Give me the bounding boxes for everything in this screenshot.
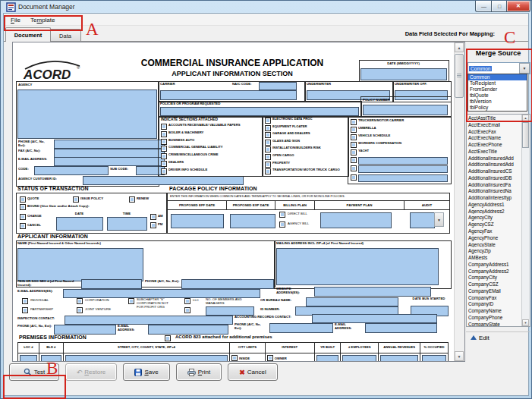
merge-field-item[interactable]: AdditionalInteresttyp xyxy=(467,194,522,201)
status-date-field[interactable] xyxy=(56,217,103,231)
merge-field-item[interactable]: CompanyState xyxy=(467,321,522,326)
merge-field-item[interactable]: AcctExecTitle xyxy=(467,148,522,155)
section-checkbox[interactable] xyxy=(265,118,271,124)
policies-field[interactable] xyxy=(160,107,359,116)
merge-field-item[interactable]: AdditionalInsuredCS xyxy=(467,168,522,174)
acct-email-field[interactable] xyxy=(365,323,437,333)
section-checkbox[interactable] xyxy=(351,157,357,163)
website-field[interactable] xyxy=(314,287,431,297)
quote-checkbox[interactable] xyxy=(20,196,26,203)
phone-field[interactable] xyxy=(54,140,165,149)
name-field[interactable] xyxy=(17,248,143,281)
scroll-down-button[interactable]: ▼ xyxy=(455,351,464,361)
section-checkbox[interactable] xyxy=(265,154,271,160)
direct-bill-checkbox[interactable] xyxy=(279,212,285,218)
merge-field-item[interactable]: AcctExecEmail xyxy=(467,121,522,128)
code-field[interactable] xyxy=(34,166,109,175)
accounting-field[interactable] xyxy=(312,314,437,323)
scroll-up-button[interactable]: ▲ xyxy=(455,42,464,52)
am-checkbox[interactable] xyxy=(150,214,156,220)
audit-field[interactable] xyxy=(410,212,435,228)
section-checkbox[interactable] xyxy=(265,125,271,131)
section-blank-field[interactable] xyxy=(358,165,448,173)
section-checkbox[interactable] xyxy=(351,174,357,181)
merge-field-item[interactable]: CompanyFax xyxy=(467,294,522,301)
email-field[interactable] xyxy=(54,157,165,166)
carrier-field[interactable] xyxy=(160,90,297,100)
merge-field-item[interactable]: AgencyAddress2 xyxy=(467,208,522,215)
merge-field-item[interactable]: AgencyPhone xyxy=(467,234,522,241)
audit-dropdown-button[interactable]: ▼ xyxy=(434,212,444,227)
section-checkbox[interactable] xyxy=(161,146,167,152)
insp-phone-field[interactable] xyxy=(54,325,116,335)
section-blank-field[interactable] xyxy=(358,174,448,182)
section-checkbox[interactable] xyxy=(161,131,167,137)
section-checkbox[interactable] xyxy=(161,139,167,145)
section-checkbox[interactable] xyxy=(351,119,357,125)
merge-field-item[interactable]: CompanyID xyxy=(467,300,522,307)
section-checkbox[interactable] xyxy=(351,165,357,171)
inside-checkbox[interactable] xyxy=(231,355,238,361)
cr-bureau-field[interactable] xyxy=(306,297,398,306)
date-field[interactable] xyxy=(360,68,447,80)
bound-checkbox[interactable] xyxy=(20,204,26,210)
merge-field-item[interactable]: AcctExecFax xyxy=(467,128,522,135)
print-button[interactable]: Print xyxy=(176,363,222,381)
inspection-field[interactable] xyxy=(65,316,233,325)
status-time-field[interactable] xyxy=(107,217,147,231)
joint-venture-checkbox[interactable] xyxy=(77,307,83,313)
merge-field-item[interactable]: AdditionalInsuredAdd xyxy=(467,161,522,168)
merge-field-item[interactable]: CompanyEMail xyxy=(467,287,522,294)
renew-checkbox[interactable] xyxy=(129,196,135,203)
premises-field[interactable] xyxy=(316,355,339,362)
issue-policy-checkbox[interactable] xyxy=(73,196,79,203)
preview-scrollbar[interactable]: ▲ ▼ xyxy=(454,42,464,361)
proposed-eff-field[interactable] xyxy=(171,214,224,228)
fein-field[interactable] xyxy=(81,279,142,289)
subchapter-checkbox[interactable] xyxy=(128,298,134,304)
merge-field-item[interactable]: CompanyPhone xyxy=(467,314,522,321)
section-checkbox[interactable] xyxy=(351,142,357,148)
acord823-checkbox[interactable] xyxy=(165,335,171,341)
merge-field-item[interactable]: AdditionalInsuredNa xyxy=(467,187,522,194)
merge-field-item[interactable]: AgencyCSZ xyxy=(467,221,522,228)
scroll-thumb[interactable] xyxy=(455,54,464,98)
premises-field[interactable] xyxy=(380,355,418,362)
pm-checkbox[interactable] xyxy=(150,222,156,228)
section-checkbox[interactable] xyxy=(161,124,167,130)
agency-bill-checkbox[interactable] xyxy=(279,221,285,228)
merge-field-item[interactable]: AdditionalInsuredAdd xyxy=(467,155,522,162)
premises-field[interactable] xyxy=(422,355,446,362)
merge-scroll-thumb[interactable] xyxy=(522,122,529,148)
individual-checkbox[interactable] xyxy=(22,298,28,304)
merge-field-item[interactable]: CompanyAddress2 xyxy=(467,268,522,275)
merge-field-item[interactable]: AMBests xyxy=(467,254,522,261)
premises-field[interactable] xyxy=(65,355,228,362)
restore-button[interactable]: ↶ Restore xyxy=(65,363,117,381)
section-checkbox[interactable] xyxy=(265,132,271,138)
policy-number-field[interactable] xyxy=(363,105,448,115)
corporation-checkbox[interactable] xyxy=(77,298,83,304)
section-checkbox[interactable] xyxy=(351,127,357,133)
mailing-field[interactable] xyxy=(276,248,439,285)
merge-field-item[interactable]: AdditionalInsuredFa xyxy=(467,181,522,188)
naic-field[interactable] xyxy=(259,82,297,90)
proposed-exp-field[interactable] xyxy=(230,214,275,228)
section-checkbox[interactable] xyxy=(161,153,167,159)
section-checkbox[interactable] xyxy=(265,162,271,168)
section-checkbox[interactable] xyxy=(161,168,167,174)
merge-field-item[interactable]: AgencyAddress1 xyxy=(467,201,522,208)
merge-field-item[interactable]: CompanyCSZ xyxy=(467,281,522,287)
cancel-button[interactable]: ✖ Cancel xyxy=(228,363,278,381)
edit-expander[interactable]: Edit xyxy=(466,331,530,343)
merge-field-item[interactable]: AgencyCity xyxy=(467,214,522,221)
save-button[interactable]: Save xyxy=(123,363,170,381)
section-checkbox[interactable] xyxy=(351,134,357,140)
section-blank-field[interactable] xyxy=(358,157,448,165)
premises-field[interactable] xyxy=(20,355,37,362)
premises-field[interactable] xyxy=(342,355,376,362)
section-checkbox[interactable] xyxy=(351,149,357,156)
merge-field-item[interactable]: AdditionalInsuredDB xyxy=(467,174,522,181)
merge-field-item[interactable]: AgencyFax xyxy=(467,228,522,234)
section-checkbox[interactable] xyxy=(161,161,167,167)
